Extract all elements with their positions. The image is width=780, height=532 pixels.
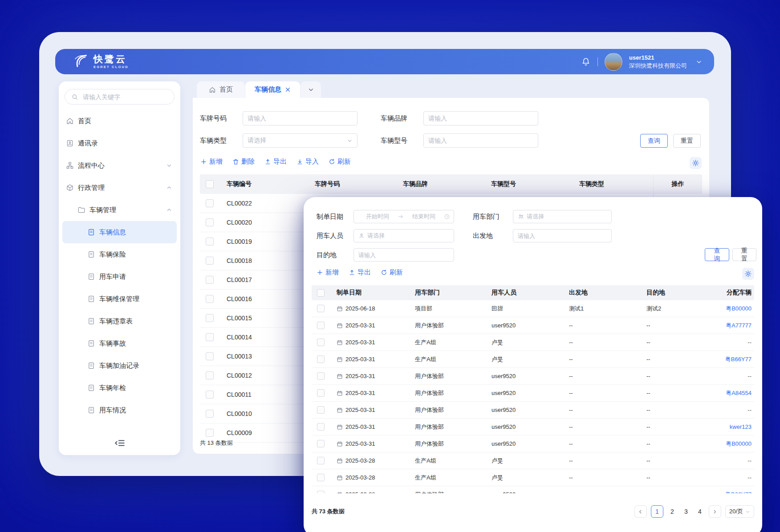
plate-number-input[interactable] (243, 111, 358, 125)
sidebar-search-input[interactable] (82, 93, 164, 101)
row-checkbox[interactable] (206, 218, 214, 226)
assigned-vehicle-link[interactable]: 粤A77777 (714, 322, 754, 330)
date-range-picker[interactable]: 开始时间 结束时间 (353, 210, 454, 223)
row-checkbox[interactable] (317, 322, 325, 329)
page-button-1[interactable]: 1 (651, 505, 663, 518)
toolbar-action-3[interactable]: 导出 (264, 157, 287, 166)
reset-button[interactable]: 重置 (732, 248, 756, 261)
sidebar-item-8[interactable]: 用车申请 (62, 266, 177, 288)
tab-home[interactable]: 首页 (197, 81, 245, 98)
row-checkbox[interactable] (317, 289, 325, 297)
destination-input[interactable] (353, 248, 454, 262)
row-checkbox[interactable] (206, 295, 214, 303)
row-checkbox[interactable] (206, 371, 214, 379)
table-row[interactable]: 2025-03-31用户体验部user9520------ (312, 368, 754, 385)
toolbar-action-1[interactable]: 新增 (200, 157, 223, 166)
toolbar-action-2[interactable]: 导出 (349, 268, 371, 277)
row-checkbox[interactable] (206, 429, 214, 437)
toolbar-action-5[interactable]: 刷新 (329, 157, 351, 166)
table-row[interactable]: 2025-03-31用户体验部user9520----粤A77777 (312, 317, 754, 334)
sidebar-search[interactable] (65, 89, 175, 105)
page-button-2[interactable]: 2 (667, 508, 677, 515)
sidebar-item-12[interactable]: 车辆加油记录 (62, 355, 177, 377)
use-person-select[interactable]: 请选择 (353, 229, 454, 242)
table-settings-button[interactable] (690, 157, 702, 169)
sidebar-item-1[interactable]: 首页 (62, 110, 177, 132)
row-checkbox[interactable] (317, 389, 325, 397)
toolbar-action-3[interactable]: 刷新 (381, 268, 403, 277)
table-row[interactable]: 2025-03-28生产A组卢旻------ (312, 469, 754, 486)
row-checkbox[interactable] (317, 339, 325, 346)
tabs-dropdown-button[interactable] (301, 81, 321, 98)
vehicle-type-select[interactable]: 请选择 (243, 133, 358, 148)
sidebar-item-9[interactable]: 车辆维保管理 (62, 288, 177, 310)
assigned-vehicle-link[interactable]: 粤B66Y77 (714, 355, 754, 363)
user-avatar[interactable] (605, 53, 622, 71)
row-checkbox[interactable] (206, 276, 214, 284)
query-button[interactable]: 查询 (640, 134, 668, 148)
row-checkbox[interactable] (317, 355, 325, 363)
table-row[interactable]: 2025-03-31生产A组卢旻------ (312, 334, 754, 351)
row-checkbox[interactable] (317, 305, 325, 312)
row-checkbox[interactable] (317, 440, 325, 447)
sidebar-item-11[interactable]: 车辆事故 (62, 332, 177, 355)
tab-vehicle-info[interactable]: 车辆信息 (245, 81, 300, 98)
query-button[interactable]: 查询 (705, 248, 729, 261)
vehicle-model-input[interactable] (423, 133, 538, 148)
table-row[interactable]: 2025-06-18项目部田甜测试1测试2粤B00000 (312, 300, 754, 317)
reset-button[interactable]: 重置 (673, 134, 701, 148)
row-checkbox[interactable] (206, 238, 214, 246)
table-row[interactable]: 2025-03-31用户体验部user9520----粤A84554 (312, 385, 754, 402)
table-row[interactable]: 2025-03-31用户体验部user9520------ (312, 402, 754, 419)
notifications-bell-icon[interactable] (581, 57, 591, 67)
sidebar-item-14[interactable]: 用车情况 (62, 399, 177, 421)
row-checkbox[interactable] (206, 180, 214, 188)
departure-input[interactable] (513, 229, 612, 242)
assigned-vehicle-link[interactable]: 粤B00000 (714, 440, 754, 448)
sidebar-item-3[interactable]: 流程中心 (62, 154, 177, 177)
page-button-3[interactable]: 3 (681, 508, 691, 515)
toolbar-action-2[interactable]: 删除 (232, 157, 255, 166)
row-checkbox[interactable] (206, 410, 214, 418)
toolbar-action-4[interactable]: 导入 (297, 157, 319, 166)
prev-page-button[interactable] (634, 505, 647, 518)
row-checkbox[interactable] (317, 491, 325, 493)
assigned-vehicle-link[interactable]: 粤B66Y77 (714, 491, 754, 494)
assigned-vehicle-link[interactable]: kwer123 (714, 423, 754, 430)
table-row[interactable]: 2025-03-31用户体验部user9520----kwer123 (312, 419, 754, 435)
row-checkbox[interactable] (317, 474, 325, 481)
user-menu-chevron-down-icon[interactable] (695, 58, 703, 65)
table-row[interactable]: 2025-03-31生产A组卢旻----粤B66Y77 (312, 351, 754, 368)
row-checkbox[interactable] (317, 406, 325, 414)
vehicle-brand-input[interactable] (423, 111, 538, 125)
close-tab-icon[interactable] (285, 87, 291, 93)
sidebar-item-13[interactable]: 车辆年检 (62, 377, 177, 399)
next-page-button[interactable] (709, 505, 721, 518)
use-dept-select[interactable]: 请选择 (513, 210, 612, 223)
row-checkbox[interactable] (206, 314, 214, 322)
page-size-select[interactable]: 20/页 (725, 505, 754, 518)
sidebar-item-7[interactable]: 车辆保险 (62, 243, 177, 266)
row-checkbox[interactable] (206, 352, 214, 360)
assigned-vehicle-link[interactable]: 粤B00000 (714, 305, 754, 313)
assigned-vehicle-link[interactable]: 粤A84554 (714, 389, 754, 397)
row-checkbox[interactable] (317, 423, 325, 431)
sidebar-item-6[interactable]: 车辆信息 (62, 221, 177, 243)
row-checkbox[interactable] (317, 457, 325, 464)
row-checkbox[interactable] (317, 372, 325, 380)
row-checkbox[interactable] (206, 199, 214, 207)
sidebar-item-10[interactable]: 车辆违章表 (62, 310, 177, 332)
table-row[interactable]: 2025-03-31用户体验部user9520----粤B00000 (312, 435, 754, 452)
row-checkbox[interactable] (206, 257, 214, 265)
table-row[interactable]: 2025-03-28用户体验部user9520----粤B66Y77 (312, 486, 754, 493)
row-checkbox[interactable] (206, 391, 214, 399)
user-info[interactable]: user1521 深圳快鹭科技有限公司 (629, 54, 687, 69)
table-settings-button[interactable] (742, 268, 754, 280)
sidebar-item-2[interactable]: 通讯录 (62, 132, 177, 154)
page-button-4[interactable]: 4 (695, 508, 705, 515)
row-checkbox[interactable] (206, 333, 214, 341)
toolbar-action-1[interactable]: 新增 (317, 268, 339, 277)
sidebar-item-4[interactable]: 行政管理 (62, 177, 177, 199)
sidebar-item-5[interactable]: 车辆管理 (62, 199, 177, 221)
collapse-sidebar-button[interactable] (114, 437, 126, 449)
